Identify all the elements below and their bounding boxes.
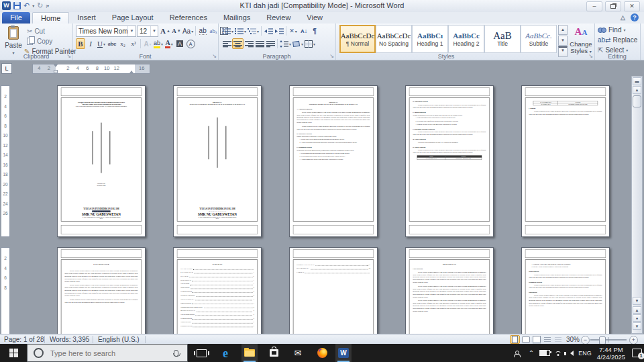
- cut-button[interactable]: ✂Cut: [27, 26, 45, 36]
- outline-view-button[interactable]: [542, 335, 552, 344]
- scrollbar-thumb[interactable]: [633, 95, 641, 107]
- horizontal-ruler[interactable]: 42 24681012 16: [32, 64, 150, 74]
- word-count-status[interactable]: Words: 3,395: [50, 335, 89, 344]
- sort-button[interactable]: A↓: [299, 26, 309, 36]
- page-count-status[interactable]: Page: 1 of 28: [4, 335, 44, 344]
- styles-scroll-up-icon[interactable]: ▲: [558, 25, 568, 35]
- superscript-button[interactable]: x²: [128, 38, 139, 49]
- numbering-button[interactable]: ▾: [234, 26, 247, 36]
- action-center-button[interactable]: 1: [631, 344, 643, 362]
- minimize-ribbon-icon[interactable]: △: [621, 14, 625, 21]
- document-page[interactable]: DAFTAR ISI HALAMAN JUDULKATA PENGANTARiD…: [173, 247, 262, 334]
- asian-layout-button[interactable]: ✕▾: [288, 26, 299, 36]
- people-tray-button[interactable]: [510, 344, 523, 362]
- edge-button[interactable]: e: [217, 344, 233, 362]
- zoom-level[interactable]: 30%: [566, 335, 580, 344]
- style-item[interactable]: AaB Title: [484, 25, 521, 53]
- subscript-button[interactable]: x₂: [117, 38, 128, 49]
- font-dialog-launcher-icon[interactable]: ↘: [212, 53, 217, 59]
- ribbon-tab[interactable]: View: [299, 12, 331, 24]
- paste-button[interactable]: Paste ▾: [3, 25, 24, 56]
- align-center-button[interactable]: [232, 38, 244, 49]
- show-hidden-icons-button[interactable]: ⌃: [526, 344, 537, 362]
- document-page[interactable]: KATA PENGANTAR Internet adalah jaringan …: [57, 247, 146, 334]
- borders-button[interactable]: ▾: [304, 38, 316, 49]
- scroll-down-icon[interactable]: ▼: [633, 297, 641, 305]
- document-page[interactable]: PENDAHULUAN Latar Belakang Internet adal…: [405, 247, 494, 334]
- style-item[interactable]: AaBbCcDc ¶ Normal: [339, 25, 376, 53]
- zoom-slider-track[interactable]: [590, 339, 627, 341]
- web-layout-view-button[interactable]: [531, 335, 541, 344]
- document-page[interactable]: Peranan Teknologi dan Informasi dalam Ke…: [57, 85, 146, 237]
- previous-page-icon[interactable]: ▲: [633, 306, 641, 314]
- vertical-ruler-row2[interactable]: 2468: [1, 247, 10, 334]
- font-size-dropdown-icon[interactable]: ▼: [150, 26, 158, 36]
- document-page[interactable]: PROPOSALINTERNET UNTUK MASYARAKAT PENDID…: [289, 85, 378, 237]
- close-button[interactable]: ✕: [624, 1, 640, 11]
- paragraph-dialog-launcher-icon[interactable]: ↘: [329, 53, 334, 59]
- styles-more-icon[interactable]: ▼: [558, 46, 568, 57]
- styles-scroll-down-icon[interactable]: ▼: [558, 36, 568, 46]
- document-page[interactable]: 16-17 Desember 2015Penelitian18 Desember…: [521, 85, 610, 237]
- ribbon-tab[interactable]: Page Layout: [104, 12, 162, 24]
- clock-tray[interactable]: 7:44 PM 4/24/2025: [593, 344, 629, 362]
- character-shading-button[interactable]: A: [174, 38, 185, 49]
- grow-font-button[interactable]: A▲: [160, 26, 171, 36]
- restore-button[interactable]: [605, 1, 621, 11]
- align-right-button[interactable]: [244, 38, 254, 49]
- print-layout-view-button[interactable]: [510, 335, 520, 344]
- italic-button[interactable]: I: [85, 38, 96, 49]
- first-line-indent-marker[interactable]: [54, 64, 58, 67]
- right-indent-marker[interactable]: [129, 71, 133, 73]
- ribbon-tab[interactable]: References: [162, 12, 215, 24]
- align-left-button[interactable]: [221, 38, 232, 49]
- multilevel-list-button[interactable]: ▾: [247, 26, 260, 36]
- strikethrough-button[interactable]: abc: [107, 38, 117, 49]
- phonetic-guide-button[interactable]: ab: [197, 26, 208, 36]
- draft-view-button[interactable]: [553, 335, 563, 344]
- wifi-tray-icon[interactable]: [551, 344, 565, 362]
- select-browse-object-icon[interactable]: ●: [633, 314, 641, 322]
- font-color-button[interactable]: A▾: [164, 38, 174, 49]
- left-indent-marker[interactable]: [54, 70, 58, 73]
- document-page[interactable]: PROPOSAL PENELITIAN INTERNET UNTUK MASYA…: [173, 85, 262, 237]
- copy-button[interactable]: Copy: [27, 36, 52, 46]
- volume-tray-icon[interactable]: [566, 344, 577, 362]
- ribbon-tab[interactable]: Insert: [69, 12, 104, 24]
- increase-indent-button[interactable]: [274, 26, 284, 36]
- task-view-button[interactable]: [193, 344, 209, 362]
- change-styles-button[interactable]: AA ChangeStyles ▾: [569, 25, 593, 56]
- justify-button[interactable]: [254, 38, 265, 49]
- font-name-dropdown-icon[interactable]: ▼: [127, 26, 136, 36]
- start-button[interactable]: [0, 344, 27, 362]
- underline-button[interactable]: U▾: [96, 38, 107, 49]
- font-size-combo[interactable]: 12▼: [137, 26, 158, 37]
- language-status[interactable]: English (U.S.): [98, 335, 140, 344]
- line-spacing-button[interactable]: ▾: [279, 38, 292, 49]
- text-effects-button[interactable]: A▾: [142, 38, 153, 49]
- replace-button[interactable]: ab⇄Replace: [598, 36, 637, 44]
- styles-dialog-launcher-icon[interactable]: ↘: [588, 53, 593, 59]
- distribute-button[interactable]: [265, 38, 276, 49]
- store-button[interactable]: [266, 344, 282, 362]
- minimize-button[interactable]: –: [586, 1, 602, 11]
- search-input[interactable]: [49, 349, 174, 358]
- ribbon-tab[interactable]: Mailings: [215, 12, 258, 24]
- bold-button[interactable]: B: [76, 38, 85, 49]
- bullets-button[interactable]: ▾: [221, 26, 234, 36]
- mail-button[interactable]: ✉: [290, 344, 306, 362]
- tab-stop-selector[interactable]: L: [1, 63, 12, 74]
- style-item[interactable]: AaBbCcDc No Spacing: [376, 25, 412, 53]
- taskbar-search[interactable]: [27, 344, 188, 362]
- fullscreen-reading-view-button[interactable]: [521, 335, 531, 344]
- battery-tray-icon[interactable]: [538, 344, 551, 362]
- style-item[interactable]: AaBbCı Heading 1: [412, 25, 448, 53]
- change-case-button[interactable]: Aa▾: [182, 26, 194, 36]
- find-button[interactable]: Find▾: [598, 26, 625, 34]
- clear-formatting-button[interactable]: abₓ: [208, 26, 219, 36]
- vertical-ruler[interactable]: 2468101214161820222426: [1, 85, 10, 237]
- view-ruler-toggle-icon[interactable]: ▬: [633, 77, 641, 85]
- style-item[interactable]: AaBbCc Heading 2: [448, 25, 484, 53]
- next-page-icon[interactable]: ▼: [633, 322, 641, 330]
- decrease-indent-button[interactable]: [263, 26, 274, 36]
